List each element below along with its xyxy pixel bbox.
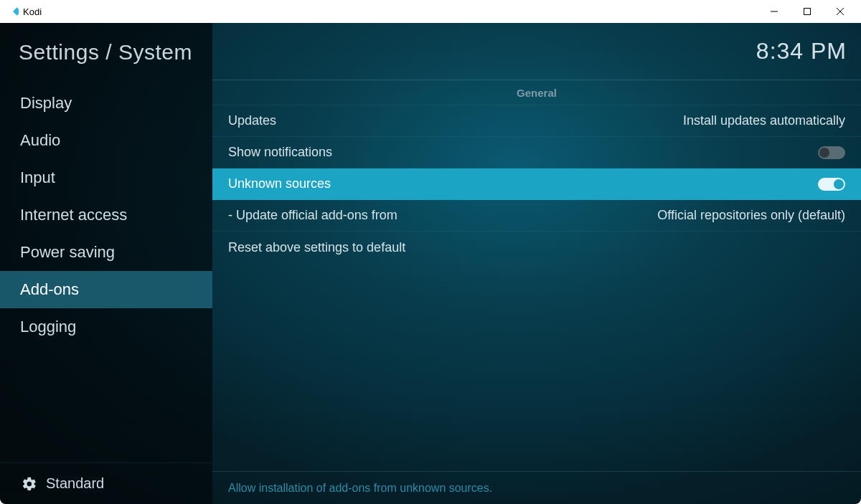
row-update-official-addons-from[interactable]: - Update official add-ons from Official … [212,200,861,232]
settings-level-button[interactable]: Standard [0,462,212,504]
sidebar-item-logging[interactable]: Logging [0,308,212,346]
sidebar-item-label: Power saving [20,243,115,262]
row-value: Install updates automatically [683,113,845,128]
sidebar-item-audio[interactable]: Audio [0,122,212,159]
settings-level-label: Standard [46,475,104,492]
sidebar-item-add-ons[interactable]: Add-ons [0,271,212,308]
sidebar-item-label: Internet access [20,206,127,224]
breadcrumb: Settings / System [0,23,212,80]
titlebar-left: Kodi [7,6,42,17]
row-label: Updates [228,113,276,128]
row-label: Reset above settings to default [228,240,405,255]
toggle-off-icon[interactable] [818,146,845,159]
gear-icon [22,476,37,492]
content-pane: 8:34 PM General Updates Install updates … [212,23,861,504]
row-label: Unknown sources [228,176,331,191]
window-title: Kodi [23,6,42,17]
sidebar: Settings / System Display Audio Input In… [0,23,212,504]
row-label: Show notifications [228,145,332,160]
sidebar-item-input[interactable]: Input [0,159,212,196]
row-updates[interactable]: Updates Install updates automatically [212,105,861,137]
clock: 8:34 PM [756,38,847,65]
sidebar-item-label: Display [20,94,72,113]
svg-rect-0 [13,7,19,15]
row-show-notifications[interactable]: Show notifications [212,137,861,168]
sidebar-item-label: Logging [20,318,76,336]
sidebar-item-power-saving[interactable]: Power saving [0,234,212,271]
svg-rect-2 [804,9,811,15]
sidebar-item-label: Add-ons [20,280,79,299]
sidebar-item-internet-access[interactable]: Internet access [0,196,212,234]
window-titlebar: Kodi [0,0,861,23]
settings-rows: Updates Install updates automatically Sh… [212,105,861,263]
maximize-button[interactable] [791,0,824,23]
description-bar: Allow installation of add-ons from unkno… [212,471,861,504]
row-unknown-sources[interactable]: Unknown sources [212,168,861,200]
sidebar-item-display[interactable]: Display [0,85,212,122]
kodi-logo-icon [7,6,19,17]
row-label: - Update official add-ons from [228,208,397,223]
close-button[interactable] [824,0,857,23]
sidebar-item-label: Input [20,168,55,187]
app-body: Settings / System Display Audio Input In… [0,23,861,504]
content-header: 8:34 PM [212,23,861,80]
sidebar-list: Display Audio Input Internet access Powe… [0,80,212,462]
section-header-general: General [212,80,861,105]
window-controls [758,0,857,23]
description-text: Allow installation of add-ons from unkno… [228,482,492,495]
row-reset-to-default[interactable]: Reset above settings to default [212,232,861,263]
minimize-button[interactable] [758,0,791,23]
row-value: Official repositories only (default) [657,208,845,223]
sidebar-item-label: Audio [20,131,60,150]
toggle-on-icon[interactable] [818,178,845,191]
